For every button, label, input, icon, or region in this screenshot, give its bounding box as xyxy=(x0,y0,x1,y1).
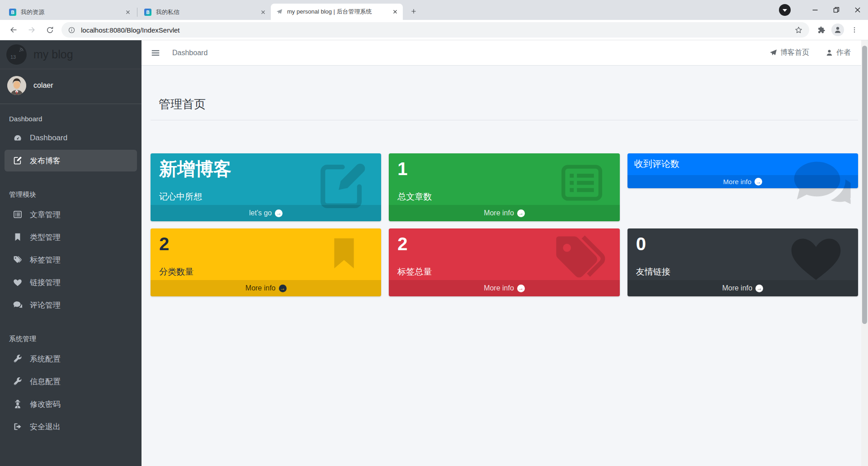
tab-title: 我的资源 xyxy=(21,8,121,16)
navbar-right: 博客首页 作者 xyxy=(769,48,851,57)
sidebar-item-type-manage[interactable]: 类型管理 xyxy=(5,226,137,248)
menu-toggle-icon[interactable] xyxy=(151,48,160,58)
new-tab-button[interactable] xyxy=(407,5,420,18)
user-avatar[interactable] xyxy=(7,76,26,95)
wrench-icon xyxy=(13,377,22,386)
card-subtitle: 记心中所想 xyxy=(159,191,373,203)
blog-favicon-icon xyxy=(276,9,283,15)
browser-toolbar: localhost:8080/Blog/IndexServlet xyxy=(0,20,868,40)
stat-boxes: 新增博客 记心中所想 let's go → 1 总文章数 xyxy=(151,153,858,296)
user-secret-icon xyxy=(13,399,22,409)
card-value: 2 xyxy=(159,233,373,255)
page-title: 管理首页 xyxy=(159,96,858,112)
wrench-icon xyxy=(13,354,22,363)
sidebar-nav: Dashboard Dashboard 发布博客 管理模块 文章管理 类型管理 xyxy=(0,104,142,447)
list-icon xyxy=(13,210,22,219)
nav-section-manage: 管理模块 xyxy=(5,182,137,203)
navbar-blog-home-link[interactable]: 博客首页 xyxy=(769,48,809,57)
arrow-circle-right-icon: → xyxy=(279,285,287,292)
page-info-icon[interactable] xyxy=(68,26,75,34)
brand-title: my blog xyxy=(33,48,73,61)
reload-button[interactable] xyxy=(42,22,57,38)
browser-menu-icon[interactable] xyxy=(847,22,862,38)
page-scrollbar[interactable] xyxy=(861,40,868,466)
navbar-dashboard-link[interactable]: Dashboard xyxy=(172,49,208,57)
browser-tab-strip: B 我的资源 B 我的私信 my personal blog | 后台管理系统 xyxy=(0,0,868,20)
forward-button[interactable] xyxy=(24,22,39,38)
more-info-link[interactable]: More info → xyxy=(627,175,858,188)
tachometer-icon xyxy=(13,133,22,143)
sidebar-item-change-password[interactable]: 修改密码 xyxy=(5,393,137,415)
sidebar-item-dashboard[interactable]: Dashboard xyxy=(5,127,137,149)
scrollbar-thumb[interactable] xyxy=(862,46,867,324)
tags-icon xyxy=(13,255,22,264)
sidebar-item-comment-manage[interactable]: 评论管理 xyxy=(5,294,137,316)
card-subtitle: 总文章数 xyxy=(397,191,611,203)
back-button[interactable] xyxy=(6,22,21,38)
tab-title: 我的私信 xyxy=(156,8,256,16)
navbar-author-link[interactable]: 作者 xyxy=(826,48,851,57)
tab-my-messages[interactable]: B 我的私信 xyxy=(139,5,271,20)
profile-avatar[interactable] xyxy=(831,24,844,36)
card-title: 新增博客 xyxy=(159,158,373,180)
sidebar: 13 my blog colaer xyxy=(0,40,142,466)
url-text[interactable]: localhost:8080/Blog/IndexServlet xyxy=(81,26,794,34)
top-navbar: Dashboard 博客首页 作者 xyxy=(142,40,868,66)
card-title: 收到评论数 xyxy=(634,158,851,169)
card-value: 0 xyxy=(636,233,849,255)
card-value: 1 xyxy=(397,158,611,180)
arrow-circle-right-icon: → xyxy=(517,285,525,292)
close-icon[interactable] xyxy=(259,8,267,16)
sidebar-item-link-manage[interactable]: 链接管理 xyxy=(5,271,137,293)
more-info-link[interactable]: More info → xyxy=(389,205,619,221)
arrow-circle-right-icon: → xyxy=(755,178,762,185)
close-window-button[interactable] xyxy=(847,0,868,20)
close-icon[interactable] xyxy=(124,8,132,16)
stat-card-friend-links: 0 友情链接 More info → xyxy=(627,228,858,296)
tab-separator xyxy=(137,8,137,17)
restore-button[interactable] xyxy=(826,0,847,20)
more-info-link[interactable]: More info → xyxy=(151,280,381,296)
sidebar-item-info-config[interactable]: 信息配置 xyxy=(5,371,137,392)
nav-section-system: 系统管理 xyxy=(5,327,137,347)
card-subtitle: 友情链接 xyxy=(636,266,849,278)
arrow-circle-right-icon: → xyxy=(275,209,283,217)
content-header: 管理首页 xyxy=(151,96,858,120)
user-icon xyxy=(826,49,833,57)
more-info-link[interactable]: More info → xyxy=(627,280,858,296)
sidebar-item-publish-blog[interactable]: 发布博客 xyxy=(5,150,137,171)
tab-blog-admin-active[interactable]: my personal blog | 后台管理系统 xyxy=(271,4,403,20)
stat-card-new-blog: 新增博客 记心中所想 let's go → xyxy=(151,153,381,221)
sign-out-icon xyxy=(13,422,22,431)
comments-icon xyxy=(13,300,22,309)
browser-update-icon[interactable] xyxy=(779,4,791,16)
bookmark-star-icon[interactable] xyxy=(794,26,803,34)
site-favicon-icon: B xyxy=(9,9,16,16)
stat-card-tags: 2 标签总量 More info → xyxy=(389,228,619,296)
address-bar[interactable]: localhost:8080/Blog/IndexServlet xyxy=(61,22,809,38)
user-panel: colaer xyxy=(0,69,142,104)
more-info-link[interactable]: More info → xyxy=(389,280,619,296)
minimize-button[interactable] xyxy=(804,0,826,20)
tab-my-resources[interactable]: B 我的资源 xyxy=(4,5,136,20)
extensions-icon[interactable] xyxy=(813,22,829,38)
user-name[interactable]: colaer xyxy=(33,81,53,90)
close-icon[interactable] xyxy=(391,8,399,16)
sidebar-item-system-config[interactable]: 系统配置 xyxy=(5,348,137,370)
paper-plane-icon xyxy=(769,49,777,57)
arrow-circle-right-icon: → xyxy=(517,209,525,217)
window-controls xyxy=(779,0,868,20)
blog-logo-icon: 13 xyxy=(6,44,27,65)
brand[interactable]: 13 my blog xyxy=(0,40,142,69)
sidebar-item-logout[interactable]: 安全退出 xyxy=(5,416,137,437)
arrow-circle-right-icon: → xyxy=(755,285,763,292)
lets-go-link[interactable]: let's go → xyxy=(151,205,381,221)
sidebar-item-article-manage[interactable]: 文章管理 xyxy=(5,204,137,225)
sidebar-item-tag-manage[interactable]: 标签管理 xyxy=(5,249,137,271)
card-value: 2 xyxy=(397,233,611,255)
card-subtitle: 标签总量 xyxy=(397,266,611,278)
bookmark-icon xyxy=(13,233,22,242)
card-subtitle: 分类数量 xyxy=(159,266,373,278)
browser-window: B 我的资源 B 我的私信 my personal blog | 后台管理系统 xyxy=(0,0,868,40)
stat-card-comments-received: 收到评论数 More info → xyxy=(627,153,858,188)
